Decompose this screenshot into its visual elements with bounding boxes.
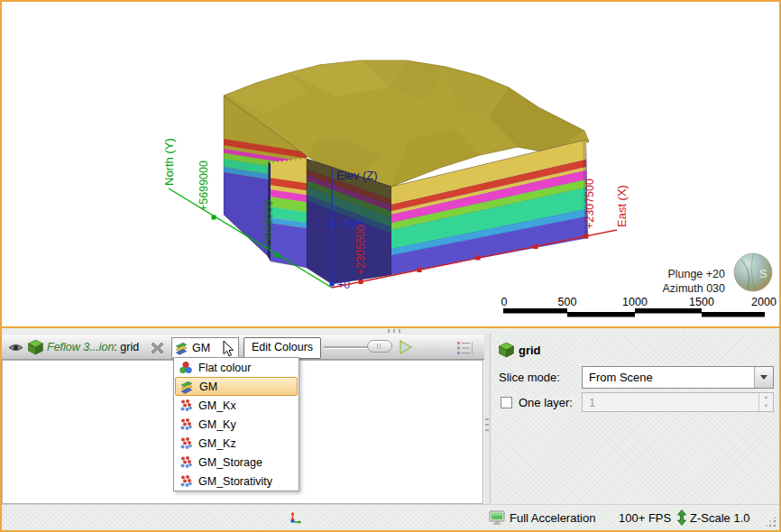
scale-label: 2000 [751, 296, 776, 308]
option-label: GM_Ky [198, 418, 236, 431]
option-label: GM_Kz [198, 437, 236, 450]
spin-down-icon[interactable]: ▼ [759, 402, 773, 411]
points-icon [179, 417, 193, 432]
flat-colour-icon [179, 361, 193, 375]
elev-axis-label: Elev (Z) [336, 169, 378, 182]
points-icon [179, 399, 193, 413]
option-gm-selected[interactable]: GM [175, 377, 298, 396]
north-tick [212, 216, 216, 220]
one-layer-value: 1 [583, 396, 758, 409]
chevron-down-icon[interactable] [754, 367, 773, 388]
points-icon [179, 436, 193, 451]
option-label: GM_Kx [198, 399, 236, 412]
eye-icon[interactable] [8, 342, 23, 353]
plunge-readout: Plunge +20 [667, 268, 725, 280]
east-tick [418, 268, 422, 272]
resize-grip[interactable] [766, 517, 776, 527]
option-gm-storativity[interactable]: GM_Storativity [174, 472, 299, 491]
scale-bar: 0 500 1000 1500 2000 [501, 296, 776, 317]
edit-colours-button[interactable]: Edit Colours [243, 337, 321, 359]
north-tick [275, 253, 280, 258]
option-label: GM_Storativity [198, 475, 272, 488]
east-tick-label: +2305500 [354, 225, 367, 275]
3d-scene-viewport[interactable]: +5699000 +5698000 North (Y) Elev (Z) +50… [2, 2, 779, 326]
east-tick [534, 244, 538, 249]
z-scale-arrow-icon [676, 509, 687, 526]
compass-south-label: S [759, 267, 767, 280]
shape-list-item-label[interactable]: Feflow 3...ion: grid [47, 341, 139, 353]
scale-label: 1000 [622, 296, 648, 308]
status-bar: Full Acceleration 100+ FPS Z-Scale 1.0 [2, 504, 779, 530]
play-triangle-icon[interactable] [398, 339, 414, 355]
east-tick-label: +2307500 [583, 179, 596, 229]
elev-tick [330, 282, 335, 287]
scale-label: 500 [558, 296, 577, 308]
model-cube-icon [498, 342, 515, 358]
one-layer-spinner[interactable]: 1 ▲▼ [582, 392, 774, 412]
layers-icon [179, 380, 194, 394]
splitter-grip [485, 418, 489, 433]
north-axis-label: North (Y) [162, 138, 176, 186]
spin-up-icon[interactable]: ▲ [759, 393, 773, 402]
colour-select-value: GM [192, 342, 210, 354]
opacity-slider-handle[interactable] [367, 340, 392, 353]
slice-mode-value: From Scene [583, 371, 754, 384]
points-icon [179, 474, 193, 489]
north-tick-label: +5699000 [198, 161, 210, 211]
monitor-icon [489, 510, 506, 526]
object-type: : grid [114, 341, 139, 353]
east-axis-label: East (X) [615, 185, 629, 227]
properties-panel: grid Slice mode: From Scene One layer: 1… [490, 334, 779, 504]
one-layer-label: One layer: [519, 396, 573, 409]
shape-list-row: Feflow 3...ion: grid GM Edit Colours [2, 334, 484, 360]
azimuth-readout: Azimuth 030 [663, 282, 726, 295]
splitter-grip [388, 329, 404, 333]
north-tick-label: +5698000 [262, 200, 275, 251]
option-label: Flat colour [198, 362, 251, 374]
option-label: GM [199, 381, 217, 393]
elev-tick [330, 223, 335, 227]
colour-select-popup: Flat colour GM GM_Kx [173, 357, 299, 491]
option-label: GM_Storage [198, 456, 262, 469]
option-gm-storage[interactable]: GM_Storage [174, 453, 299, 472]
option-flat-colour[interactable]: Flat colour [174, 358, 299, 377]
acceleration-status: Full Acceleration [510, 511, 595, 525]
fps-readout: 100+ FPS [619, 511, 671, 525]
east-tick [584, 234, 589, 239]
points-icon [179, 455, 193, 470]
object-name: Feflow 3...ion [47, 341, 114, 353]
z-scale-readout: Z-Scale 1.0 [690, 511, 749, 525]
slice-mode-label: Slice mode: [499, 371, 560, 384]
properties-title: grid [519, 344, 541, 357]
option-gm-ky[interactable]: GM_Ky [174, 415, 299, 434]
application-window: +5699000 +5698000 North (Y) Elev (Z) +50… [0, 0, 781, 532]
scale-label: 1500 [689, 296, 714, 308]
axes-icon [289, 511, 302, 525]
option-gm-kz[interactable]: GM_Kz [174, 434, 299, 453]
close-icon[interactable] [150, 341, 165, 355]
mouse-cursor [223, 340, 235, 358]
compass-ball[interactable]: S [734, 253, 772, 291]
scale-label: 0 [501, 296, 508, 308]
slice-mode-select[interactable]: From Scene [582, 366, 774, 389]
layers-icon [174, 341, 188, 355]
east-tick [359, 280, 363, 284]
option-gm-kx[interactable]: GM_Kx [174, 396, 299, 415]
scene-view[interactable]: +5699000 +5698000 North (Y) Elev (Z) +50… [2, 2, 779, 328]
model-cube-icon [27, 339, 44, 355]
east-tick [476, 256, 481, 261]
one-layer-checkbox[interactable] [501, 397, 512, 408]
scene-list-icon[interactable] [455, 339, 476, 357]
